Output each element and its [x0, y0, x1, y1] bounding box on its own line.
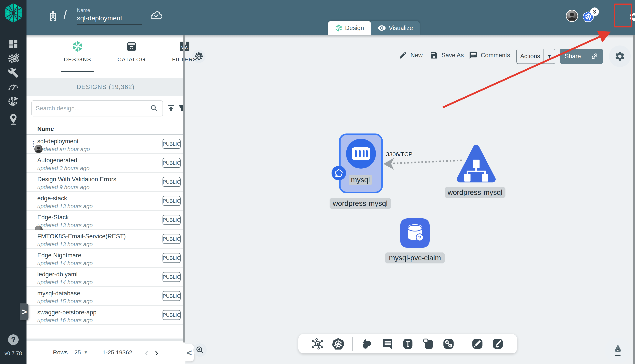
kubernetes-context-count-badge: 3 — [590, 8, 599, 16]
share-split-button[interactable]: Share — [560, 48, 603, 64]
tab-visualize[interactable]: Visualize — [371, 21, 420, 35]
design-row[interactable]: Design With Validation Errors updated 9 … — [27, 173, 185, 192]
dashboard-icon — [8, 39, 19, 50]
sidebar-expand-handle[interactable]: > — [20, 304, 29, 320]
svg-text:?: ? — [418, 235, 421, 240]
design-row[interactable]: ledger-db.yaml updated 14 hours ago PUBL… — [27, 268, 185, 287]
chevron-right-icon: > — [22, 307, 27, 317]
filter-designs-button[interactable] — [177, 104, 187, 114]
copy-link-button[interactable] — [586, 52, 603, 60]
sidebar-item-lifecycle[interactable] — [0, 52, 27, 65]
page-scrollbar[interactable] — [633, 35, 635, 364]
panel-collapse-handle[interactable]: < — [185, 344, 194, 362]
actions-caret-icon[interactable]: ▼ — [544, 54, 555, 59]
design-updated: updated 9 hours ago — [37, 184, 90, 190]
sidebar-item-kanvas[interactable] — [0, 112, 27, 126]
publish-design-button[interactable] — [166, 104, 176, 114]
design-row[interactable]: mysql-database updated 15 hours ago PUBL… — [27, 287, 185, 306]
caret-down-icon: ▼ — [84, 350, 88, 355]
previous-page-button[interactable]: ‹ — [145, 347, 148, 358]
design-updated: updated 13 hours ago — [37, 222, 93, 228]
design-canvas[interactable]: New Save As Comments Actions ▼ Share — [185, 35, 633, 364]
designs-count-header: DESIGNS (19,362) — [27, 78, 185, 96]
container-circle[interactable] — [346, 139, 376, 168]
gear-icon — [614, 51, 625, 62]
visibility-badge: PUBLIC — [162, 291, 180, 301]
design-row[interactable]: FMTOK8S-Email-Service(REST) updated 13 h… — [27, 230, 185, 249]
design-row[interactable]: ⋮ sql-deployment updated an hour ago PUB… — [27, 135, 185, 154]
design-row[interactable]: Autogenerated updated 3 hours ago PUBLIC — [27, 154, 185, 173]
save-as-button[interactable]: Save As — [430, 51, 464, 60]
design-search[interactable] — [31, 100, 163, 116]
search-icon[interactable] — [150, 104, 159, 113]
chain-link-icon — [443, 338, 455, 350]
sidebar-item-dashboard[interactable] — [0, 38, 27, 50]
user-avatar[interactable] — [566, 10, 578, 22]
tool-link[interactable] — [443, 338, 455, 350]
panel-scrollbar[interactable] — [183, 35, 185, 343]
design-row[interactable]: Edge-Stack updated 13 hours ago PUBLIC — [27, 211, 185, 230]
node-pvc-mysql-pvc-claim[interactable]: ? — [400, 218, 430, 248]
design-row[interactable]: Edge Nightmare updated 14 hours ago PUBL… — [27, 249, 185, 268]
panel-tab-catalog-label: CATALOG — [117, 56, 146, 63]
tool-arrow-pen[interactable] — [471, 338, 484, 350]
next-page-button[interactable]: › — [155, 347, 158, 358]
copy-icon — [422, 338, 434, 350]
design-owner-avatar — [34, 145, 43, 153]
design-updated: updated 13 hours ago — [37, 241, 93, 248]
comments-label: Comments — [481, 52, 510, 59]
comments-button[interactable]: Comments — [469, 51, 510, 60]
visibility-badge: PUBLIC — [162, 158, 180, 168]
design-updated: updated 16 hours ago — [37, 317, 93, 324]
panel-tab-designs[interactable]: DESIGNS — [53, 41, 102, 63]
design-name-value[interactable]: sql-deployment — [77, 14, 142, 22]
new-design-button[interactable]: New — [399, 51, 422, 60]
tools-icon — [8, 67, 19, 78]
speedometer-icon — [8, 82, 19, 91]
help-icon: ? — [11, 336, 16, 344]
design-row[interactable]: edge-stack updated 13 hours ago PUBLIC — [27, 192, 185, 211]
design-swirl-icon — [335, 24, 342, 32]
kanvas-app: ? v0.7.78 > / Name — [0, 0, 635, 364]
design-updated: updated 15 hours ago — [37, 298, 93, 304]
dock-pen-button[interactable] — [605, 338, 631, 364]
design-row[interactable]: swagger-petstore-app updated 16 hours ag… — [27, 306, 185, 325]
upload-icon — [166, 104, 176, 113]
visibility-badge: PUBLIC — [162, 139, 180, 149]
actions-split-button[interactable]: Actions ▼ — [516, 48, 555, 64]
sidebar-item-performance[interactable] — [0, 80, 27, 92]
container-icon — [352, 147, 370, 160]
search-input[interactable] — [36, 105, 150, 112]
rows-per-page-select[interactable]: 25 ▼ — [74, 349, 88, 356]
breadcrumb-slash: / — [63, 8, 67, 22]
chevron-left-icon: < — [187, 348, 192, 358]
sidebar-item-extensions[interactable] — [0, 94, 27, 108]
panel-tab-catalog[interactable]: CATALOG — [107, 41, 156, 63]
design-name-field[interactable]: Name sql-deployment — [77, 8, 142, 25]
tool-components[interactable] — [312, 338, 324, 350]
zoom-in-button[interactable] — [193, 344, 207, 357]
tool-text[interactable] — [402, 338, 414, 350]
node-service-wordpress-mysql[interactable] — [456, 145, 497, 185]
funnel-icon — [177, 104, 187, 113]
pod-badge — [332, 166, 346, 180]
meshery-logo-icon[interactable] — [4, 3, 23, 23]
catalog-archive-icon — [126, 41, 137, 52]
pagination-range: 1-25 19362 — [102, 349, 132, 356]
save-as-label: Save As — [442, 52, 464, 59]
design-name-label: Name — [77, 8, 142, 13]
tab-design[interactable]: Design — [328, 21, 371, 35]
organization-icon[interactable] — [49, 10, 58, 22]
tool-shapes[interactable] — [361, 338, 373, 350]
canvas-settings-button[interactable] — [609, 46, 631, 67]
design-name: sql-deployment — [37, 138, 79, 145]
help-button[interactable]: ? — [8, 334, 19, 345]
design-name: swagger-petstore-app — [37, 309, 97, 316]
tool-kubernetes[interactable] — [332, 338, 344, 350]
tool-copy[interactable] — [422, 338, 434, 350]
persistent-volume-icon: ? — [405, 223, 425, 243]
sidebar-item-configuration[interactable] — [0, 66, 27, 79]
tool-notes[interactable] — [382, 338, 394, 350]
design-name: edge-stack — [37, 195, 67, 202]
tool-freehand-draw[interactable] — [492, 338, 504, 350]
